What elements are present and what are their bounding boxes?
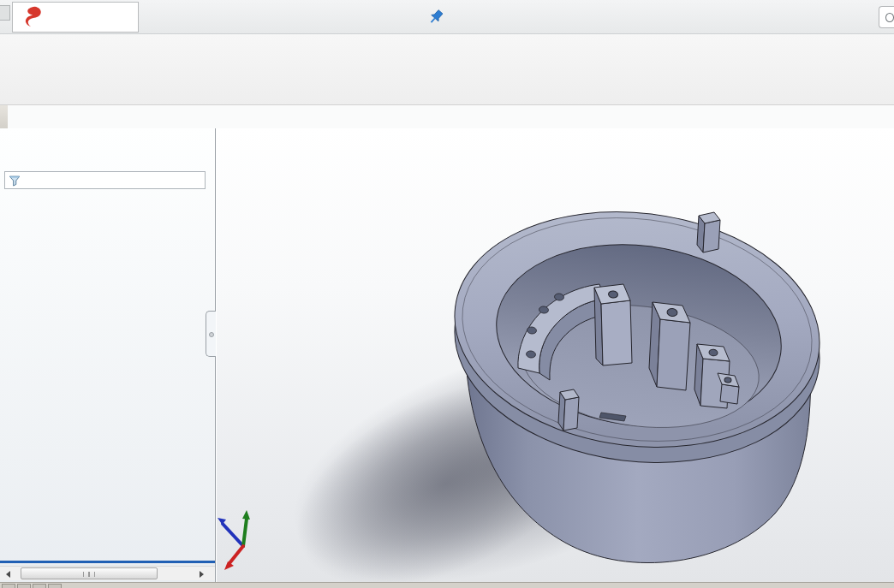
tree-filter[interactable] [4,171,206,189]
panel-tab-bar [4,140,208,166]
thumb-grip [83,572,95,577]
menu-view[interactable] [185,0,204,34]
model-motion-tab-strip [0,582,894,588]
filter-funnel-icon [8,174,21,187]
menu-file[interactable] [147,0,166,34]
work-area [0,128,894,582]
search-box[interactable] [879,6,894,28]
scrollbar-thumb[interactable] [21,567,158,579]
command-tabs [0,105,8,128]
horizontal-scrollbar[interactable] [0,566,216,580]
splitter-button[interactable] [17,584,31,588]
scroll-right-arrow[interactable] [194,567,208,580]
pin-menu-icon[interactable] [426,8,445,27]
feature-manager-panel [0,128,216,582]
solidworks-window [0,0,894,588]
graphics-viewport[interactable] [217,128,894,582]
cadtoearth-ribbon [0,34,894,105]
solidworks-logo [12,2,139,33]
command-manager-tab-row [0,105,894,128]
panel-splitter-handle[interactable] [206,311,216,357]
model-canvas[interactable] [216,128,894,582]
tree-filter-input[interactable] [21,173,205,187]
orientation-triad [211,507,272,582]
splitter-button[interactable] [2,584,15,588]
menu-tools[interactable] [223,0,241,34]
splitter-button[interactable] [33,584,46,588]
menu-insert[interactable] [204,0,223,34]
menubar [147,0,279,34]
search-icon [885,13,894,22]
scroll-left-arrow[interactable] [1,567,15,580]
splitter-button[interactable] [48,584,62,588]
menu-help[interactable] [260,0,279,34]
rollback-bar[interactable] [0,561,216,563]
menu-window[interactable] [241,0,260,34]
splitter-dot [209,332,214,337]
ds-swoosh-icon [18,5,44,29]
title-menu-bar [0,0,894,34]
toolbar-edge-grip[interactable] [0,5,10,21]
menu-edit[interactable] [166,0,185,34]
